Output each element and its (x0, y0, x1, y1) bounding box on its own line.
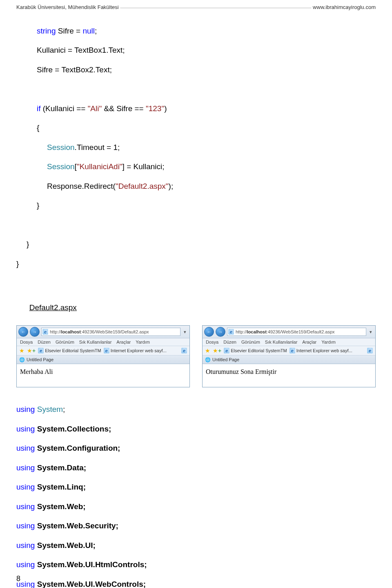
menu-item[interactable]: Sık Kullanılanlar (79, 340, 112, 344)
kw-using: using (16, 463, 37, 472)
favorite-item[interactable]: eInternet Explorer web sayf... (104, 348, 167, 353)
kw-using: using (16, 483, 37, 491)
str-ali: "Ali" (88, 104, 102, 113)
browser-panel-a: ← → e http://localhost:49236/WebSite159/… (16, 325, 190, 387)
address-bar[interactable]: e http://localhost:49236/WebSite159/Defa… (227, 328, 366, 336)
menu-item[interactable]: Dosya (206, 340, 218, 344)
kw-using: using (16, 425, 37, 433)
kw-if: if (37, 104, 41, 113)
page-body-text: Oturumunuz Sona Ermiştir (206, 368, 276, 375)
menu-item[interactable]: Görünüm (56, 340, 74, 344)
ie-tab-icon: 🌐 (205, 357, 211, 362)
code-text: Response.Redirect( (47, 182, 116, 190)
back-button[interactable]: ← (18, 327, 28, 337)
favorite-item[interactable]: eElsevier Editorial SystemTM (224, 348, 287, 353)
cls-system: System (37, 405, 63, 414)
code-text: ; (63, 405, 65, 414)
page-number: 8 (16, 575, 20, 583)
header-right: www.ibrahimcayiroglu.com (313, 4, 376, 10)
forward-button[interactable]: → (216, 327, 225, 337)
code-text: System.Linq; (37, 483, 86, 491)
favorite-item[interactable]: eInternet Explorer web sayf... (290, 348, 352, 353)
default2-label: Default2.aspx (29, 303, 77, 312)
address-dropdown-icon[interactable]: ▾ (182, 328, 188, 335)
address-dropdown-icon[interactable]: ▾ (368, 328, 374, 335)
url-text: http://localhost:49236/WebSite159/Defaul… (50, 329, 149, 334)
code-text: System.Web.UI.HtmlControls; (37, 560, 147, 569)
tab-title[interactable]: Untitled Page (212, 357, 239, 362)
forward-button[interactable]: → (30, 327, 40, 337)
menu-item[interactable]: Sık Kullanılanlar (265, 340, 298, 344)
tab-title[interactable]: Untitled Page (27, 357, 53, 362)
favorites-star-icon[interactable]: ★ (19, 348, 24, 353)
header-dots (120, 4, 311, 8)
menu-item[interactable]: Görünüm (241, 340, 260, 344)
favorite-label: Elsevier Editorial SystemTM (45, 348, 101, 353)
code-text: System.Collections; (37, 425, 111, 433)
add-favorite-icon[interactable]: ★+ (213, 347, 221, 354)
favorite-item[interactable]: eElsevier Editorial SystemTM (38, 348, 101, 353)
cls-session: Session (47, 143, 75, 152)
str-default2: "Default2.aspx" (116, 182, 169, 190)
menu-item[interactable]: Düzen (223, 340, 236, 344)
nav-bar: ← → e http://localhost:49236/WebSite159/… (203, 326, 375, 338)
favorites-bar: ★ ★+ eElsevier Editorial SystemTM eInter… (17, 346, 189, 355)
code-line: Kullanici = TextBox1.Text; (37, 46, 125, 54)
nav-bar: ← → e http://localhost:49236/WebSite159/… (17, 326, 189, 338)
brace-close: } (16, 259, 19, 268)
ie-icon: e (104, 348, 109, 353)
ie-icon[interactable]: e (367, 348, 373, 353)
kw-using: using (16, 502, 37, 511)
str-kullaniciadi: "KullaniciAdi" (77, 162, 122, 171)
brace-close: } (37, 201, 39, 210)
favorites-star-icon[interactable]: ★ (205, 348, 210, 353)
menu-item[interactable]: Yardım (136, 340, 150, 344)
ie-icon: e (42, 329, 48, 335)
back-button[interactable]: ← (204, 327, 214, 337)
menu-item[interactable]: Araçlar (302, 340, 316, 344)
code-text: ) (164, 104, 167, 113)
code-text: ); (169, 182, 174, 190)
code-text: .Timeout = 1; (75, 143, 120, 152)
code-text: System.Data; (37, 463, 86, 472)
favorite-label: Internet Explorer web sayf... (111, 348, 167, 353)
menu-item[interactable]: Yardım (321, 340, 336, 344)
ie-icon: e (224, 348, 229, 353)
code-text: System.Web.UI; (37, 541, 96, 550)
page-content: string Sifre = null; Kullanici = TextBox… (16, 16, 376, 576)
brace-close: } (27, 240, 29, 248)
kw-string: string (37, 27, 56, 35)
url-text: http://localhost:49236/WebSite159/Defaul… (236, 329, 335, 334)
str-123: "123" (146, 104, 164, 113)
code-text: ; (95, 27, 97, 35)
brace-open: { (37, 123, 39, 132)
menu-bar: Dosya Düzen Görünüm Sık Kullanılanlar Ar… (203, 338, 375, 346)
default2-heading: Default2.aspx (16, 293, 376, 322)
ie-tab-icon: 🌐 (19, 357, 25, 362)
code-text: && Sifre == (102, 104, 146, 113)
using-block: using System; using System.Collections; … (16, 395, 376, 588)
tab-bar: 🌐 Untitled Page (17, 355, 189, 364)
kw-using: using (16, 521, 37, 530)
add-favorite-icon[interactable]: ★+ (27, 347, 36, 354)
menu-item[interactable]: Dosya (20, 340, 33, 344)
code-text: System.Web.UI.WebControls; (37, 580, 146, 588)
code-text: Sifre = (56, 27, 82, 35)
code-text: System.Web; (37, 502, 86, 511)
ie-icon[interactable]: e (181, 348, 187, 353)
code-text: System.Configuration; (37, 444, 120, 452)
menu-item[interactable]: Araçlar (116, 340, 131, 344)
code-text: (Kullanici == (41, 104, 88, 113)
browser-body: Merhaba Ali (17, 364, 189, 387)
tab-bar: 🌐 Untitled Page (203, 355, 375, 364)
favorite-label: Internet Explorer web sayf... (296, 348, 352, 353)
kw-using: using (16, 444, 37, 452)
address-bar[interactable]: e http://localhost:49236/WebSite159/Defa… (41, 328, 180, 336)
page-header: Karabük Üniversitesi, Mühendislik Fakült… (16, 4, 376, 10)
ie-icon: e (290, 348, 295, 353)
ie-icon: e (228, 329, 234, 335)
menu-item[interactable]: Düzen (38, 340, 51, 344)
kw-using: using (16, 541, 37, 550)
code-text: ] = Kullanici; (122, 162, 165, 171)
browser-panels: ← → e http://localhost:49236/WebSite159/… (16, 325, 376, 387)
